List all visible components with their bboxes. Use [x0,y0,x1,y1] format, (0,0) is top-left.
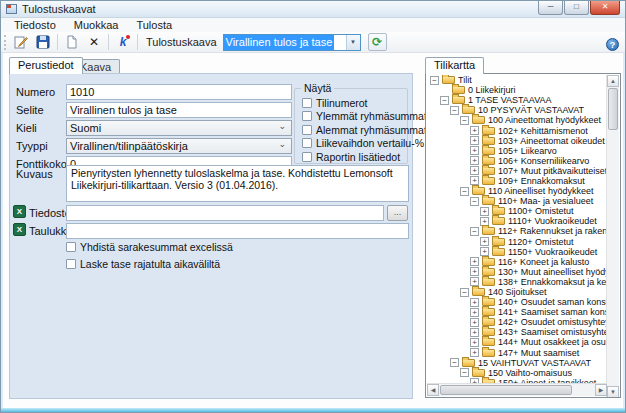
tree-item[interactable]: −140 Sijoitukset [427,287,607,297]
tree-item[interactable]: +116+ Koneet ja kalusto [427,257,607,267]
collapse-icon[interactable]: − [460,288,469,297]
tree-item[interactable]: −100 Aineettomat hyödykkeet [427,115,607,125]
help-icon[interactable]: ? [606,38,619,51]
horizontal-scrollbar[interactable]: ◀ ▶ [427,383,607,396]
tree-item[interactable]: +1110+ Vuokraoikeudet [427,216,607,226]
checkbox[interactable] [66,242,76,252]
expand-icon[interactable]: + [470,328,479,337]
tree-item[interactable]: +130+ Muut aineelliset hyödykkeet [427,267,607,277]
tab-tilikartta[interactable]: Tilikartta [425,57,484,74]
collapse-icon[interactable]: − [430,76,439,85]
expand-icon[interactable]: + [470,338,479,347]
scroll-down-icon[interactable]: ▼ [607,386,619,398]
tree-item[interactable]: +147+ Muut saamiset [427,348,607,358]
delete-button[interactable]: ✕ [84,33,104,51]
vertical-scrollbar[interactable]: ▲ ▼ [606,75,619,398]
menu-item-tiedosto[interactable]: Tiedosto [5,18,65,32]
minimize-button[interactable]: ─ [538,1,563,15]
checkbox[interactable] [302,98,312,108]
tree-item[interactable]: +106+ Konserniliikearvo [427,156,607,166]
collapse-icon[interactable]: − [450,106,459,115]
expand-icon[interactable]: + [470,308,479,317]
tree-item[interactable]: +102+ Kehittämismenot [427,125,607,135]
tree-item[interactable]: +140+ Osuudet saman konsernin yrityk [427,297,607,307]
tree-item[interactable]: +1100+ Omistetut [427,206,607,216]
chevron-down-icon[interactable]: ▼ [346,35,360,50]
new-button[interactable] [62,33,82,51]
edit-button[interactable] [11,33,31,51]
scroll-up-icon[interactable]: ▲ [607,75,619,87]
tree-item[interactable]: +144+ Muut osakkeet ja osuudet [427,337,607,347]
expand-icon[interactable]: + [470,318,479,327]
tree-item[interactable]: +143+ Saamiset omistusyhteysyrityksilt [427,327,607,337]
taulukko-input[interactable] [66,223,409,239]
expand-icon[interactable]: + [470,136,479,145]
tree-item[interactable]: +1150+ Vuokraoikeudet [427,247,607,257]
expand-icon[interactable]: + [480,207,489,216]
expand-icon[interactable]: + [470,126,479,135]
tree-item[interactable]: +107+ Muut pitkävaikutteiset menot [427,166,607,176]
collapse-icon[interactable]: − [460,116,469,125]
expand-icon[interactable]: + [470,156,479,165]
toolbar: ✕ k Tulostuskaava Virallinen tulos ja ta… [1,32,625,53]
expand-icon[interactable]: + [470,146,479,155]
scroll-right-icon[interactable]: ▶ [595,384,607,396]
tiedosto-input[interactable] [66,205,384,221]
tree-item-label: 144+ Muut osakkeet ja osuudet [498,337,607,347]
tulostuskaava-combobox[interactable]: Virallinen tulos ja tase ▼ [223,34,361,51]
tree-item[interactable]: −110+ Maa- ja vesialueet [427,196,607,206]
expand-icon[interactable]: + [480,237,489,246]
title-bar[interactable]: Tulostuskaavat ─ □ ✕ [1,1,625,18]
tree-item[interactable]: −1 TASE VASTAAVAA [427,95,607,105]
checkbox[interactable] [302,111,312,121]
expand-icon[interactable]: + [470,267,479,276]
tab-perustiedot[interactable]: Perustiedot [9,57,83,74]
checkbox[interactable] [302,125,312,135]
collapse-icon[interactable]: − [450,358,459,367]
tree-item[interactable]: −110 Aineelliset hyödykkeet [427,186,607,196]
expand-icon[interactable]: + [470,348,479,357]
tree-item[interactable]: +1120+ Omistetut [427,237,607,247]
folder-icon [462,106,475,114]
tree-item[interactable]: +109+ Ennakkomaksut [427,176,607,186]
nayta-checkbox-row: Tilinumerot [302,97,368,109]
collapse-icon[interactable]: − [440,96,449,105]
tree-item[interactable]: −112+ Rakennukset ja rakennelmat [427,226,607,236]
save-button[interactable] [33,33,53,51]
selite-input[interactable]: Virallinen tulos ja tase [66,102,292,118]
collapse-icon[interactable]: − [470,197,479,206]
expand-icon[interactable]: + [470,298,479,307]
maximize-button[interactable]: □ [564,1,589,15]
tree-item[interactable]: −150 Vaihto-omaisuus [427,368,607,378]
browse-button[interactable]: ... [387,205,408,221]
scroll-left-icon[interactable]: ◀ [427,384,439,396]
refresh-button[interactable]: ⟳ [368,33,387,51]
toolbar-grip[interactable] [4,35,7,50]
menu-item-muokkaa[interactable]: Muokkaa [65,18,128,32]
menu-item-tulosta[interactable]: Tulosta [127,18,181,32]
checkbox[interactable] [302,138,312,148]
collapse-icon[interactable]: − [460,187,469,196]
tree-item[interactable]: +105+ Liikearvo [427,146,607,156]
vertical-scroll-thumb[interactable] [608,88,618,130]
formula-tree-button[interactable]: k [113,33,133,51]
kieli-select[interactable]: Suomi [66,120,292,136]
horizontal-scroll-thumb[interactable] [440,385,572,395]
numero-input[interactable]: 1010 [66,84,292,100]
close-button[interactable]: ✕ [590,1,620,15]
expand-icon[interactable]: + [470,257,479,266]
tree-item[interactable]: +103+ Aineettomat oikeudet [427,136,607,146]
kuvaus-textarea[interactable]: Pienyritysten lyhennetty tuloslaskelma j… [66,165,409,202]
tree-item[interactable]: −15 VAIHTUVAT VASTAAVAT [427,358,607,368]
tree-item[interactable]: −10 PYSYVÄT VASTAAVAT [427,105,607,115]
folder-icon [492,238,505,246]
tree-item[interactable]: +138+ Ennakkomaksut ja keskeneräis [427,277,607,287]
expand-icon[interactable]: + [470,166,479,175]
tree-item[interactable]: +141+ Saamiset saman konsernin yrity [427,307,607,317]
tree-item[interactable]: +142+ Osuudet omistusyhteysyrityksiss [427,317,607,327]
checkbox[interactable] [66,259,76,269]
tyyppi-select[interactable]: Virallinen/tilinpäätöskirja [66,138,292,154]
checkbox[interactable] [302,152,312,162]
collapse-icon[interactable]: − [460,368,469,377]
collapse-icon[interactable]: − [470,227,479,236]
